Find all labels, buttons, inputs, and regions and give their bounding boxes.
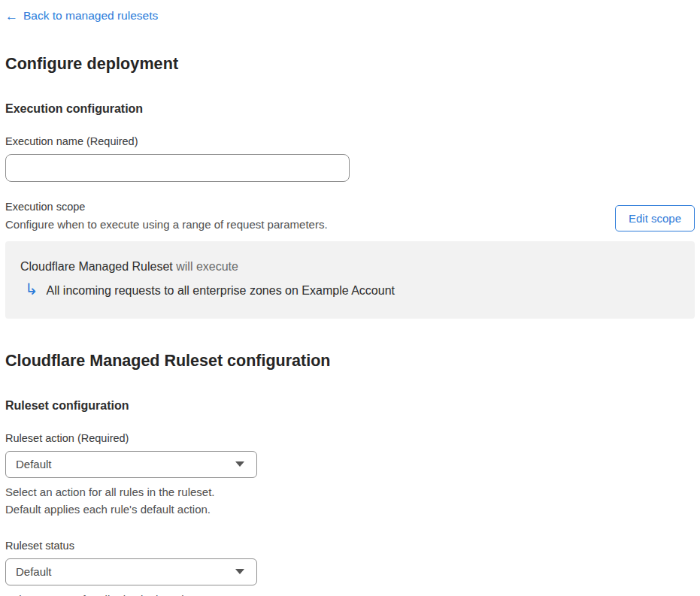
page-title: Configure deployment (5, 55, 695, 74)
ruleset-action-selected-value: Default (16, 458, 52, 470)
ruleset-action-select[interactable]: Default (5, 451, 257, 478)
ruleset-configuration-title: Cloudflare Managed Ruleset configuration (5, 352, 695, 371)
execution-name-label: Execution name (Required) (5, 135, 695, 147)
execution-configuration-heading: Execution configuration (5, 102, 695, 116)
ruleset-status-selected-value: Default (16, 565, 52, 578)
arrow-left-icon: ← (5, 10, 18, 23)
ruleset-action-label: Ruleset action (Required) (5, 432, 695, 444)
execution-name-input[interactable] (5, 154, 350, 182)
corner-down-right-arrow-icon: ↳ (25, 281, 38, 297)
ruleset-configuration-subheading: Ruleset configuration (5, 399, 695, 413)
scope-summary-box: Cloudflare Managed Ruleset will execute … (5, 241, 695, 319)
ruleset-action-help-line1: Select an action for all rules in the ru… (5, 483, 695, 501)
execution-scope-text-block: Execution scope Configure when to execut… (5, 201, 328, 231)
scope-summary-line2: ↳ All incoming requests to all enterpris… (20, 283, 680, 299)
back-to-managed-rulesets-link[interactable]: ← Back to managed rulesets (5, 9, 158, 23)
scope-summary-will-execute: will execute (173, 260, 238, 273)
back-link-label: Back to managed rulesets (23, 9, 158, 23)
scope-summary-line1: Cloudflare Managed Ruleset will execute (20, 260, 680, 274)
execution-scope-row: Execution scope Configure when to execut… (5, 201, 695, 231)
ruleset-action-help-line2: Default applies each rule's default acti… (5, 501, 695, 518)
edit-scope-button[interactable]: Edit scope (615, 205, 695, 231)
scope-summary-ruleset-name: Cloudflare Managed Ruleset (20, 260, 173, 273)
configure-deployment-page: ← Back to managed rulesets Configure dep… (0, 0, 700, 596)
ruleset-status-select[interactable]: Default (5, 558, 257, 585)
ruleset-status-help-line1: Select a status for all rules in the rul… (5, 591, 695, 596)
execution-scope-label: Execution scope (5, 201, 328, 213)
chevron-down-icon (235, 569, 244, 574)
execution-scope-description: Configure when to execute using a range … (5, 218, 328, 231)
ruleset-status-label: Ruleset status (5, 540, 695, 552)
chevron-down-icon (235, 461, 244, 467)
scope-summary-text: All incoming requests to all enterprise … (47, 284, 395, 298)
